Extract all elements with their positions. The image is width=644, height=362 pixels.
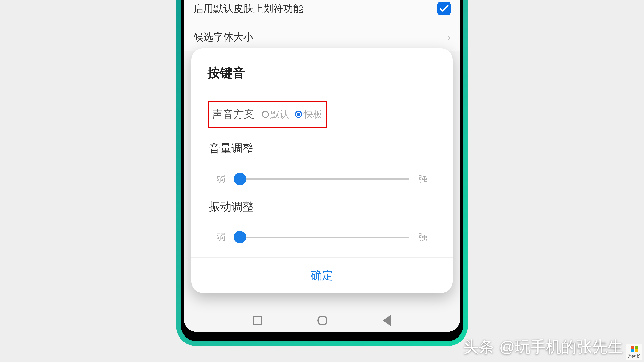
radio-selected-icon	[295, 111, 302, 118]
android-nav-bar	[184, 309, 460, 332]
volume-title: 音量调整	[209, 141, 435, 156]
volume-slider[interactable]	[234, 178, 410, 180]
vibration-slider[interactable]	[234, 237, 410, 238]
volume-slider-thumb[interactable]	[234, 173, 246, 185]
radio-label: 快板	[304, 108, 322, 121]
keysound-dialog: 按键音 声音方案 默认 快板 音量调整	[192, 48, 452, 293]
dialog-title: 按键音	[208, 64, 436, 81]
vibration-title: 振动调整	[209, 199, 435, 214]
radio-unselected-icon	[262, 111, 269, 118]
settings-row-label: 候选字体大小	[193, 30, 253, 44]
radio-label: 默认	[270, 108, 289, 121]
watermark-text: 头条 @玩手机的张先生	[463, 337, 623, 358]
volume-high-label: 强	[418, 173, 429, 185]
radio-default[interactable]: 默认	[262, 108, 289, 121]
settings-row-swipe-symbol[interactable]: 启用默认皮肤上划符功能	[184, 0, 460, 23]
phone-frame: 启用默认皮肤上划符功能 候选字体大小 › 按键音 声音方案	[176, 0, 468, 346]
vibration-low-label: 弱	[215, 231, 226, 243]
checkbox-checked-icon[interactable]	[438, 2, 451, 15]
confirm-button[interactable]: 确定	[192, 268, 452, 283]
nav-recent-icon[interactable]	[253, 316, 262, 325]
sound-scheme-radio-group: 默认 快板	[262, 108, 322, 121]
chevron-right-icon: ›	[447, 31, 451, 43]
dialog-footer: 确定	[192, 257, 452, 293]
radio-kuaiban[interactable]: 快板	[295, 108, 322, 121]
vibration-section: 振动调整 弱 强	[208, 199, 436, 243]
nav-home-icon[interactable]	[318, 316, 328, 326]
settings-row-label: 启用默认皮肤上划符功能	[193, 2, 303, 15]
windows-icon	[631, 346, 638, 352]
sound-scheme-highlight-box: 声音方案 默认 快板	[208, 101, 327, 128]
volume-section: 音量调整 弱 强	[208, 141, 436, 185]
vibration-slider-row: 弱 强	[209, 231, 435, 243]
nav-back-icon[interactable]	[382, 315, 391, 326]
volume-low-label: 弱	[215, 173, 226, 185]
watermark-handle: @玩手机的张先生	[499, 337, 623, 358]
vibration-slider-thumb[interactable]	[234, 231, 246, 243]
settings-row-font-size[interactable]: 候选字体大小 ›	[184, 23, 460, 51]
volume-slider-row: 弱 强	[209, 173, 435, 185]
watermark-source: 头条	[463, 337, 494, 358]
corner-logo: 系统粉	[626, 344, 642, 361]
sound-scheme-label: 声音方案	[212, 107, 254, 122]
checkmark-icon	[440, 5, 448, 12]
phone-screen: 启用默认皮肤上划符功能 候选字体大小 › 按键音 声音方案	[184, 0, 460, 332]
settings-list: 启用默认皮肤上划符功能 候选字体大小 ›	[184, 0, 460, 51]
corner-logo-text: 系统粉	[628, 353, 640, 359]
phone-bezel: 启用默认皮肤上划符功能 候选字体大小 › 按键音 声音方案	[181, 0, 463, 342]
vibration-high-label: 强	[418, 231, 429, 243]
